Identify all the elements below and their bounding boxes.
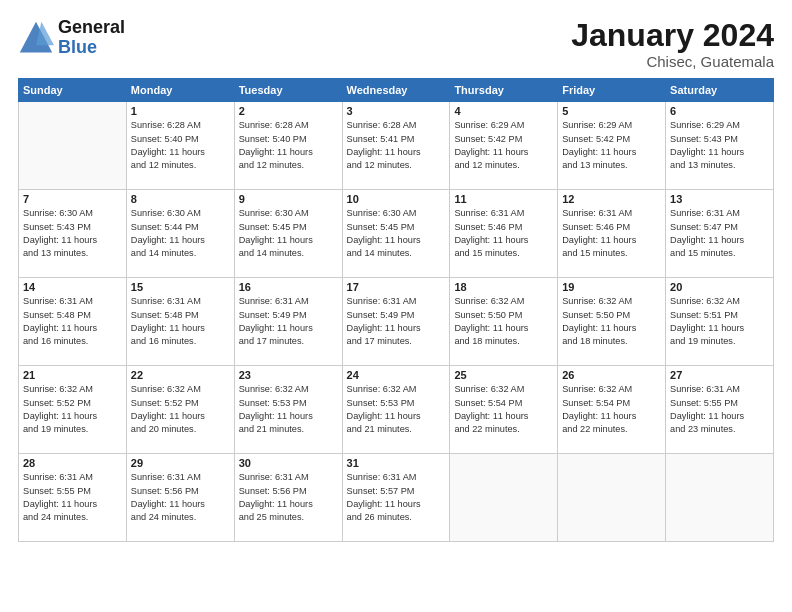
calendar-day bbox=[19, 102, 127, 190]
day-number: 2 bbox=[239, 105, 338, 117]
calendar-day: 31 Sunrise: 6:31 AMSunset: 5:57 PMDaylig… bbox=[342, 454, 450, 542]
day-number: 22 bbox=[131, 369, 230, 381]
title-block: January 2024 Chisec, Guatemala bbox=[571, 18, 774, 70]
calendar-day: 3 Sunrise: 6:28 AMSunset: 5:41 PMDayligh… bbox=[342, 102, 450, 190]
day-number: 23 bbox=[239, 369, 338, 381]
calendar-day: 21 Sunrise: 6:32 AMSunset: 5:52 PMDaylig… bbox=[19, 366, 127, 454]
day-number: 28 bbox=[23, 457, 122, 469]
day-info: Sunrise: 6:32 AMSunset: 5:51 PMDaylight:… bbox=[670, 295, 769, 348]
month-title: January 2024 bbox=[571, 18, 774, 53]
calendar-day: 13 Sunrise: 6:31 AMSunset: 5:47 PMDaylig… bbox=[666, 190, 774, 278]
day-info: Sunrise: 6:32 AMSunset: 5:52 PMDaylight:… bbox=[23, 383, 122, 436]
day-number: 7 bbox=[23, 193, 122, 205]
day-number: 8 bbox=[131, 193, 230, 205]
day-info: Sunrise: 6:28 AMSunset: 5:40 PMDaylight:… bbox=[131, 119, 230, 172]
calendar-header-friday: Friday bbox=[558, 79, 666, 102]
logo: General Blue bbox=[18, 18, 125, 58]
day-number: 1 bbox=[131, 105, 230, 117]
day-number: 25 bbox=[454, 369, 553, 381]
calendar-day: 7 Sunrise: 6:30 AMSunset: 5:43 PMDayligh… bbox=[19, 190, 127, 278]
day-info: Sunrise: 6:29 AMSunset: 5:43 PMDaylight:… bbox=[670, 119, 769, 172]
logo-general: General bbox=[58, 18, 125, 38]
day-number: 27 bbox=[670, 369, 769, 381]
calendar-header-row: SundayMondayTuesdayWednesdayThursdayFrid… bbox=[19, 79, 774, 102]
calendar-header-sunday: Sunday bbox=[19, 79, 127, 102]
day-number: 5 bbox=[562, 105, 661, 117]
calendar-day bbox=[450, 454, 558, 542]
calendar-day: 22 Sunrise: 6:32 AMSunset: 5:52 PMDaylig… bbox=[126, 366, 234, 454]
calendar-header-wednesday: Wednesday bbox=[342, 79, 450, 102]
day-info: Sunrise: 6:30 AMSunset: 5:45 PMDaylight:… bbox=[347, 207, 446, 260]
calendar-day: 9 Sunrise: 6:30 AMSunset: 5:45 PMDayligh… bbox=[234, 190, 342, 278]
header: General Blue January 2024 Chisec, Guatem… bbox=[18, 18, 774, 70]
calendar-day: 25 Sunrise: 6:32 AMSunset: 5:54 PMDaylig… bbox=[450, 366, 558, 454]
calendar-day: 17 Sunrise: 6:31 AMSunset: 5:49 PMDaylig… bbox=[342, 278, 450, 366]
calendar-day: 8 Sunrise: 6:30 AMSunset: 5:44 PMDayligh… bbox=[126, 190, 234, 278]
day-info: Sunrise: 6:28 AMSunset: 5:40 PMDaylight:… bbox=[239, 119, 338, 172]
day-info: Sunrise: 6:31 AMSunset: 5:55 PMDaylight:… bbox=[23, 471, 122, 524]
calendar-day: 30 Sunrise: 6:31 AMSunset: 5:56 PMDaylig… bbox=[234, 454, 342, 542]
day-number: 11 bbox=[454, 193, 553, 205]
calendar-day: 15 Sunrise: 6:31 AMSunset: 5:48 PMDaylig… bbox=[126, 278, 234, 366]
day-number: 19 bbox=[562, 281, 661, 293]
day-info: Sunrise: 6:31 AMSunset: 5:49 PMDaylight:… bbox=[347, 295, 446, 348]
calendar-week-2: 7 Sunrise: 6:30 AMSunset: 5:43 PMDayligh… bbox=[19, 190, 774, 278]
calendar-day: 11 Sunrise: 6:31 AMSunset: 5:46 PMDaylig… bbox=[450, 190, 558, 278]
day-info: Sunrise: 6:32 AMSunset: 5:50 PMDaylight:… bbox=[562, 295, 661, 348]
day-info: Sunrise: 6:31 AMSunset: 5:48 PMDaylight:… bbox=[23, 295, 122, 348]
day-number: 3 bbox=[347, 105, 446, 117]
calendar-day: 26 Sunrise: 6:32 AMSunset: 5:54 PMDaylig… bbox=[558, 366, 666, 454]
page: General Blue January 2024 Chisec, Guatem… bbox=[0, 0, 792, 612]
calendar-day: 27 Sunrise: 6:31 AMSunset: 5:55 PMDaylig… bbox=[666, 366, 774, 454]
day-number: 31 bbox=[347, 457, 446, 469]
calendar-day bbox=[558, 454, 666, 542]
day-number: 24 bbox=[347, 369, 446, 381]
calendar-week-4: 21 Sunrise: 6:32 AMSunset: 5:52 PMDaylig… bbox=[19, 366, 774, 454]
logo-blue: Blue bbox=[58, 38, 125, 58]
day-info: Sunrise: 6:32 AMSunset: 5:50 PMDaylight:… bbox=[454, 295, 553, 348]
day-number: 15 bbox=[131, 281, 230, 293]
calendar-week-1: 1 Sunrise: 6:28 AMSunset: 5:40 PMDayligh… bbox=[19, 102, 774, 190]
calendar-day: 19 Sunrise: 6:32 AMSunset: 5:50 PMDaylig… bbox=[558, 278, 666, 366]
day-info: Sunrise: 6:29 AMSunset: 5:42 PMDaylight:… bbox=[562, 119, 661, 172]
calendar-day: 1 Sunrise: 6:28 AMSunset: 5:40 PMDayligh… bbox=[126, 102, 234, 190]
calendar-day: 4 Sunrise: 6:29 AMSunset: 5:42 PMDayligh… bbox=[450, 102, 558, 190]
day-number: 16 bbox=[239, 281, 338, 293]
day-info: Sunrise: 6:32 AMSunset: 5:54 PMDaylight:… bbox=[562, 383, 661, 436]
day-info: Sunrise: 6:28 AMSunset: 5:41 PMDaylight:… bbox=[347, 119, 446, 172]
calendar-day: 2 Sunrise: 6:28 AMSunset: 5:40 PMDayligh… bbox=[234, 102, 342, 190]
logo-icon bbox=[18, 20, 54, 56]
calendar-header-monday: Monday bbox=[126, 79, 234, 102]
calendar-header-tuesday: Tuesday bbox=[234, 79, 342, 102]
calendar-header-thursday: Thursday bbox=[450, 79, 558, 102]
day-info: Sunrise: 6:31 AMSunset: 5:47 PMDaylight:… bbox=[670, 207, 769, 260]
calendar-week-5: 28 Sunrise: 6:31 AMSunset: 5:55 PMDaylig… bbox=[19, 454, 774, 542]
day-info: Sunrise: 6:31 AMSunset: 5:46 PMDaylight:… bbox=[562, 207, 661, 260]
day-info: Sunrise: 6:32 AMSunset: 5:52 PMDaylight:… bbox=[131, 383, 230, 436]
day-info: Sunrise: 6:31 AMSunset: 5:56 PMDaylight:… bbox=[131, 471, 230, 524]
day-info: Sunrise: 6:31 AMSunset: 5:48 PMDaylight:… bbox=[131, 295, 230, 348]
location: Chisec, Guatemala bbox=[571, 53, 774, 70]
calendar-day: 16 Sunrise: 6:31 AMSunset: 5:49 PMDaylig… bbox=[234, 278, 342, 366]
calendar-day: 29 Sunrise: 6:31 AMSunset: 5:56 PMDaylig… bbox=[126, 454, 234, 542]
calendar-day: 6 Sunrise: 6:29 AMSunset: 5:43 PMDayligh… bbox=[666, 102, 774, 190]
calendar-day: 20 Sunrise: 6:32 AMSunset: 5:51 PMDaylig… bbox=[666, 278, 774, 366]
day-info: Sunrise: 6:31 AMSunset: 5:56 PMDaylight:… bbox=[239, 471, 338, 524]
day-number: 6 bbox=[670, 105, 769, 117]
day-info: Sunrise: 6:31 AMSunset: 5:55 PMDaylight:… bbox=[670, 383, 769, 436]
calendar-day bbox=[666, 454, 774, 542]
day-number: 30 bbox=[239, 457, 338, 469]
day-number: 10 bbox=[347, 193, 446, 205]
day-info: Sunrise: 6:32 AMSunset: 5:54 PMDaylight:… bbox=[454, 383, 553, 436]
day-number: 9 bbox=[239, 193, 338, 205]
calendar-table: SundayMondayTuesdayWednesdayThursdayFrid… bbox=[18, 78, 774, 542]
calendar-day: 24 Sunrise: 6:32 AMSunset: 5:53 PMDaylig… bbox=[342, 366, 450, 454]
day-info: Sunrise: 6:30 AMSunset: 5:43 PMDaylight:… bbox=[23, 207, 122, 260]
calendar-day: 23 Sunrise: 6:32 AMSunset: 5:53 PMDaylig… bbox=[234, 366, 342, 454]
calendar-header-saturday: Saturday bbox=[666, 79, 774, 102]
day-info: Sunrise: 6:31 AMSunset: 5:46 PMDaylight:… bbox=[454, 207, 553, 260]
calendar-day: 18 Sunrise: 6:32 AMSunset: 5:50 PMDaylig… bbox=[450, 278, 558, 366]
calendar-week-3: 14 Sunrise: 6:31 AMSunset: 5:48 PMDaylig… bbox=[19, 278, 774, 366]
day-info: Sunrise: 6:32 AMSunset: 5:53 PMDaylight:… bbox=[239, 383, 338, 436]
calendar-day: 14 Sunrise: 6:31 AMSunset: 5:48 PMDaylig… bbox=[19, 278, 127, 366]
